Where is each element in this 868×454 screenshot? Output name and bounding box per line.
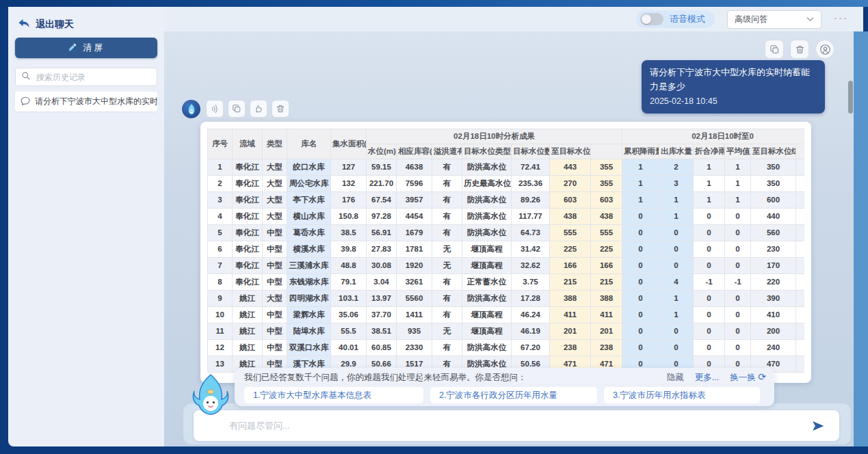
read-aloud-button[interactable] bbox=[206, 100, 224, 118]
table-cell: 中型 bbox=[263, 306, 287, 323]
table-cell: 1 bbox=[694, 175, 725, 191]
table-cell: 有 bbox=[432, 290, 462, 306]
table-cell: 89.26 bbox=[512, 191, 550, 208]
table-scroll-area[interactable]: 序号流域类型库名集水面积(km²)02月18日10时分析成果02月18日10时至… bbox=[207, 129, 804, 376]
table-cell: 176 bbox=[331, 191, 367, 208]
table-cell: 0 bbox=[725, 290, 751, 306]
table-cell: 0 bbox=[694, 241, 725, 257]
table-cell: 有 bbox=[432, 191, 462, 208]
table-cell bbox=[796, 273, 804, 290]
table-cell: 中型 bbox=[263, 323, 287, 339]
more-link[interactable]: 更多... bbox=[695, 372, 719, 384]
table-row: 9姚江大型四明湖水库103.113.975560有防洪高水位17.2838838… bbox=[208, 290, 805, 306]
suggestion-chip[interactable]: 3.宁波市历年用水指标表 bbox=[604, 387, 760, 403]
table-cell: 中型 bbox=[263, 257, 287, 273]
table-cell: 201 bbox=[591, 323, 622, 339]
table-cell: 奉化江 bbox=[233, 208, 263, 224]
table-cell: 1 bbox=[622, 159, 659, 175]
table-cell: 奉化江 bbox=[233, 175, 263, 191]
copy-response-button[interactable] bbox=[228, 100, 246, 118]
table-cell: 1 bbox=[659, 306, 694, 323]
question-input[interactable] bbox=[229, 420, 811, 431]
table-cell: 38.5 bbox=[331, 224, 367, 241]
voice-mode-toggle[interactable]: 语音模式 bbox=[636, 10, 715, 28]
exit-chat-button[interactable]: 退出聊天 bbox=[15, 15, 157, 38]
table-cell: 350 bbox=[751, 175, 796, 191]
table-cell: 防洪高水位 bbox=[462, 290, 512, 306]
table-row: 12姚江中型双溪口水库40.0160.852330有防洪高水位67.202382… bbox=[208, 339, 805, 356]
search-icon bbox=[21, 71, 31, 83]
table-cell: 4 bbox=[208, 208, 233, 224]
table-cell: 55.5 bbox=[331, 323, 367, 339]
table-cell: 238 bbox=[550, 339, 591, 356]
clear-screen-button[interactable]: 清屏 bbox=[15, 38, 157, 58]
question-input-box bbox=[194, 410, 839, 441]
answer-mode-select[interactable]: 高级问答 bbox=[727, 10, 821, 29]
delete-response-button[interactable] bbox=[272, 100, 289, 118]
table-cell: 390 bbox=[751, 290, 796, 306]
table-cell: 历史最高水位 bbox=[462, 175, 512, 191]
table-cell: 443 bbox=[550, 159, 591, 175]
table-cell bbox=[796, 356, 804, 372]
table-cell: 无 bbox=[432, 257, 462, 273]
thumbs-up-button[interactable] bbox=[250, 100, 267, 118]
assistant-face-button[interactable] bbox=[815, 40, 834, 59]
table-row: 3奉化江大型亭下水库17667.543957有防洪高水位89.266036031… bbox=[208, 191, 805, 208]
table-cell: 2 bbox=[208, 175, 233, 191]
table-header: 类型 bbox=[263, 129, 287, 159]
table-cell bbox=[796, 290, 804, 306]
history-item[interactable]: 请分析下宁波市大中型水库的实时... bbox=[15, 92, 157, 111]
suggestion-chip[interactable]: 1.宁波市大中型水库基本信息表 bbox=[244, 387, 423, 403]
shuffle-link[interactable]: 换一换 ⟳ bbox=[730, 371, 766, 384]
table-cell: 0 bbox=[694, 257, 725, 273]
window-top-border bbox=[0, 0, 868, 7]
clear-screen-label: 清屏 bbox=[83, 42, 105, 54]
table-cell: 7 bbox=[208, 257, 233, 273]
delete-button[interactable] bbox=[790, 40, 809, 59]
table-row: 6奉化江中型横溪水库39.827.831781无堰顶高程31.422252250… bbox=[208, 241, 805, 257]
table-cell: 3 bbox=[208, 191, 233, 208]
table-cell: 0 bbox=[694, 290, 725, 306]
table-row: 1奉化江大型皎口水库12759.154638有防洪高水位72.414433551… bbox=[208, 159, 805, 175]
table-cell: 0 bbox=[694, 339, 725, 356]
table-cell: 230 bbox=[751, 241, 796, 257]
table-cell: 梁辉水库 bbox=[287, 306, 331, 323]
table-cell: 603 bbox=[550, 191, 591, 208]
suggestion-chips: 1.宁波市大中型水库基本信息表2.宁波市各行政分区历年用水量3.宁波市历年用水指… bbox=[244, 387, 766, 403]
table-cell: 37.70 bbox=[367, 306, 397, 323]
table-cell: 166 bbox=[591, 257, 622, 273]
table-cell: 0 bbox=[694, 224, 725, 241]
table-cell: 1679 bbox=[397, 224, 432, 241]
suggestion-panel: 我们已经答复数千个问题，你的难题我们处理起来轻而易举。你是否想问： 隐藏 更多.… bbox=[235, 368, 774, 406]
table-cell: 0 bbox=[725, 323, 751, 339]
table-cell: 3.04 bbox=[367, 273, 397, 290]
table-cell: 0 bbox=[659, 257, 694, 273]
copy-button[interactable] bbox=[765, 40, 784, 59]
table-cell: 有 bbox=[432, 224, 462, 241]
table-cell: 600 bbox=[751, 191, 796, 208]
table-header: 折合净雨 bbox=[694, 144, 725, 159]
search-input[interactable] bbox=[36, 72, 151, 82]
table-group-header: 02月18日10时至0 bbox=[622, 129, 804, 144]
input-container bbox=[183, 403, 851, 444]
table-cell: 32.62 bbox=[512, 257, 550, 273]
table-header: 累积降雨量 bbox=[622, 144, 659, 159]
toggle-track-icon[interactable] bbox=[640, 13, 663, 25]
hide-link[interactable]: 隐藏 bbox=[667, 372, 684, 384]
table-header: 至目标水位纳蓄能力 bbox=[550, 144, 591, 159]
table-cell: 59.15 bbox=[367, 159, 397, 175]
table-cell: 9 bbox=[208, 290, 233, 306]
send-button[interactable] bbox=[811, 419, 826, 433]
table-row: 4奉化江大型横山水库150.897.284454有防洪高水位117.774384… bbox=[208, 208, 805, 224]
table-cell: 防洪高水位 bbox=[462, 224, 512, 241]
table-cell: 220 bbox=[751, 273, 796, 290]
more-menu-button[interactable]: ··· bbox=[834, 12, 848, 27]
table-cell: 0 bbox=[622, 290, 659, 306]
table-cell: 225 bbox=[550, 241, 591, 257]
table-cell bbox=[796, 306, 804, 323]
suggestion-chip[interactable]: 2.宁波市各行政分区历年用水量 bbox=[430, 387, 597, 403]
reservoir-table-card: 序号流域类型库名集水面积(km²)02月18日10时分析成果02月18日10时至… bbox=[200, 122, 811, 383]
table-cell: 60.85 bbox=[367, 339, 397, 356]
vertical-scrollbar[interactable] bbox=[848, 81, 853, 113]
table-cell: 411 bbox=[550, 306, 591, 323]
